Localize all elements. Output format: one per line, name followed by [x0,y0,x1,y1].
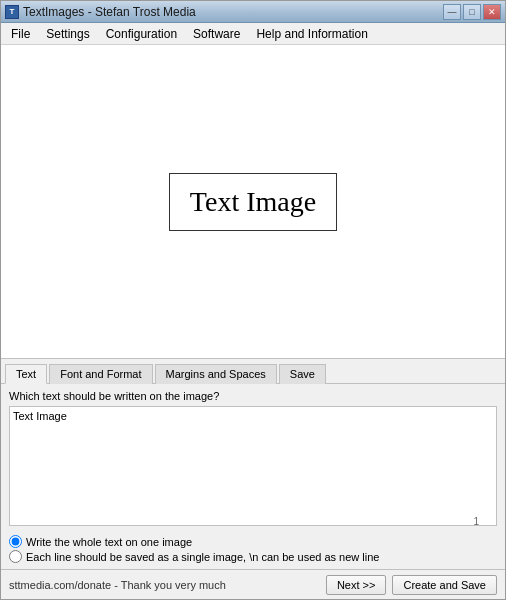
main-window: T TextImages - Stefan Trost Media — □ ✕ … [0,0,506,600]
tabs-container: Text Font and Format Margins and Spaces … [1,359,505,384]
donate-link: sttmedia.com/donate - Thank you very muc… [9,579,226,591]
tab-margins[interactable]: Margins and Spaces [155,364,277,384]
preview-text: Text Image [190,186,316,217]
preview-box: Text Image [169,173,337,231]
radio-group: Write the whole text on one image Each l… [9,533,497,563]
content-panel: Which text should be written on the imag… [1,384,505,569]
window-title: TextImages - Stefan Trost Media [23,5,196,19]
menu-help[interactable]: Help and Information [248,25,375,43]
bottom-buttons: Next >> Create and Save [326,575,497,595]
tab-save[interactable]: Save [279,364,326,384]
radio-whole-label: Write the whole text on one image [26,536,192,548]
text-input[interactable]: Text Image [9,406,497,526]
radio-line-input[interactable] [9,550,22,563]
menu-bar: File Settings Configuration Software Hel… [1,23,505,45]
menu-settings[interactable]: Settings [38,25,97,43]
tab-font-format[interactable]: Font and Format [49,364,152,384]
app-icon: T [5,5,19,19]
title-bar: T TextImages - Stefan Trost Media — □ ✕ [1,1,505,23]
radio-each-line[interactable]: Each line should be saved as a single im… [9,550,497,563]
radio-line-label: Each line should be saved as a single im… [26,551,379,563]
next-button[interactable]: Next >> [326,575,387,595]
char-count: 1 [473,516,479,527]
radio-whole-input[interactable] [9,535,22,548]
radio-whole-text[interactable]: Write the whole text on one image [9,535,497,548]
panel-question: Which text should be written on the imag… [9,390,497,402]
textarea-wrapper: Text Image 1 [9,406,497,529]
maximize-button[interactable]: □ [463,4,481,20]
minimize-button[interactable]: — [443,4,461,20]
create-save-button[interactable]: Create and Save [392,575,497,595]
preview-area: Text Image [1,45,505,359]
close-button[interactable]: ✕ [483,4,501,20]
title-buttons: — □ ✕ [443,4,501,20]
bottom-bar: sttmedia.com/donate - Thank you very muc… [1,569,505,599]
menu-file[interactable]: File [3,25,38,43]
title-bar-left: T TextImages - Stefan Trost Media [5,5,196,19]
tab-text[interactable]: Text [5,364,47,384]
menu-configuration[interactable]: Configuration [98,25,185,43]
menu-software[interactable]: Software [185,25,248,43]
